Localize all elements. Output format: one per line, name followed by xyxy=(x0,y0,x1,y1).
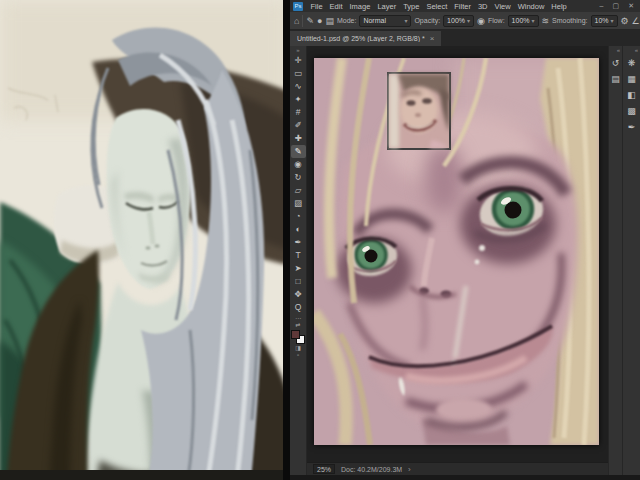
photoshop-window: Ps FileEditImageLayerTypeSelectFilter3DV… xyxy=(290,0,640,480)
airbrush-icon[interactable]: ≋ xyxy=(542,13,550,29)
zoom-tool-icon[interactable]: Q xyxy=(291,301,306,314)
tab-close-icon[interactable]: × xyxy=(430,34,435,43)
healing-brush-tool-icon[interactable]: ✚ xyxy=(291,132,306,145)
right-gap xyxy=(283,0,290,480)
webcam-feed xyxy=(0,0,290,480)
color-swatches xyxy=(291,330,305,344)
brush-settings-panel-icon[interactable]: ▤ xyxy=(325,13,334,29)
painting xyxy=(314,58,599,445)
hand-tool-icon[interactable]: ✥ xyxy=(291,288,306,301)
minimize-icon[interactable]: – xyxy=(600,0,604,12)
dodge-tool-icon[interactable]: ◐ xyxy=(291,223,306,236)
clone-stamp-tool-icon[interactable]: ◉ xyxy=(291,158,306,171)
maximize-icon[interactable]: ▢ xyxy=(613,0,620,12)
menu-item[interactable]: Filter xyxy=(451,2,475,11)
menu-bar-row: Ps FileEditImageLayerTypeSelectFilter3DV… xyxy=(290,0,640,12)
workspace: » ✛▭∿✦#✐✚✎◉↻▱▨◔◐✒T➤□✥Q ⋯ ⇄ ◨ ▫ xyxy=(290,46,640,475)
status-chevron-icon[interactable]: › xyxy=(408,465,411,474)
eraser-tool-icon[interactable]: ▱ xyxy=(291,184,306,197)
webcam-scene xyxy=(0,0,290,480)
path-selection-tool-icon[interactable]: ➤ xyxy=(291,262,306,275)
mode-dropdown[interactable]: Normal ▾ xyxy=(359,15,411,27)
mode-label: Mode: xyxy=(337,17,356,24)
status-bar: 25% Doc: 40.2M/209.3M › xyxy=(307,462,608,475)
canvas-column: 25% Doc: 40.2M/209.3M › xyxy=(307,46,608,475)
toolbar-extras: ⋯ ⇄ ◨ ▫ xyxy=(291,315,305,359)
menu-item[interactable]: Select xyxy=(423,2,451,11)
crop-tool-icon[interactable]: # xyxy=(291,106,306,119)
separator xyxy=(302,15,303,27)
document-size-info: Doc: 40.2M/209.3M xyxy=(341,466,402,473)
quick-mask-icon[interactable]: ◨ xyxy=(295,345,301,352)
flow-dropdown[interactable]: 100% ▾ xyxy=(508,15,539,27)
smoothing-label: Smoothing: xyxy=(552,17,587,24)
zoom-level-field[interactable]: 25% xyxy=(313,464,335,474)
gradients-panel-icon[interactable]: ◧ xyxy=(625,87,639,103)
taskbar-strip xyxy=(290,475,640,480)
pen-tool-icon[interactable]: ✒ xyxy=(291,236,306,249)
home-icon[interactable]: ⌂ xyxy=(294,13,299,29)
window-controls: – ▢ ✕ xyxy=(600,0,637,12)
shape-tool-icon[interactable]: □ xyxy=(291,275,306,288)
history-brush-tool-icon[interactable]: ↻ xyxy=(291,171,306,184)
menu-item[interactable]: Layer xyxy=(374,2,400,11)
menu-item[interactable]: Image xyxy=(346,2,374,11)
chevron-down-icon: ▾ xyxy=(611,17,614,24)
menu-item[interactable]: View xyxy=(491,2,514,11)
eyedropper-tool-icon[interactable]: ✐ xyxy=(291,119,306,132)
panel-docks: « ↺▤ « ❋▦◧▩✒ xyxy=(608,46,640,475)
menu-item[interactable]: Window xyxy=(514,2,548,11)
smoothing-dropdown[interactable]: 10% ▾ xyxy=(591,15,618,27)
swap-colors-icon[interactable]: ⇄ xyxy=(295,322,300,329)
chevron-down-icon: ▾ xyxy=(532,17,535,24)
pasteboard[interactable] xyxy=(307,46,608,462)
edit-toolbar-icon[interactable]: ⋯ xyxy=(295,315,301,322)
marquee-tool-icon[interactable]: ▭ xyxy=(291,67,306,80)
lasso-tool-icon[interactable]: ∿ xyxy=(291,80,306,93)
narrow-dock: « ↺▤ xyxy=(608,46,622,475)
history-panel-icon[interactable]: ↺ xyxy=(609,55,623,71)
screenshot-root: Ps FileEditImageLayerTypeSelectFilter3DV… xyxy=(0,0,640,480)
menu-item[interactable]: File xyxy=(307,2,326,11)
document-title: Untitled-1.psd @ 25% (Layer 2, RGB/8) * xyxy=(297,35,425,42)
swatches-panel-icon[interactable]: ▦ xyxy=(625,71,639,87)
pressure-opacity-icon[interactable]: ◉ xyxy=(477,13,485,29)
gradient-tool-icon[interactable]: ▨ xyxy=(291,197,306,210)
photoshop-logo[interactable]: Ps xyxy=(293,2,303,11)
screen-mode-icon[interactable]: ▫ xyxy=(297,352,299,359)
smoothing-options-gear-icon[interactable]: ⚙ xyxy=(621,13,629,29)
brush-angle-icon[interactable]: ∠ xyxy=(632,13,640,29)
paths-panel-icon[interactable]: ✒ xyxy=(625,119,639,135)
move-tool-icon[interactable]: ✛ xyxy=(291,54,306,67)
brush-tool-icon[interactable]: ✎ xyxy=(291,145,306,158)
color-panel-icon[interactable]: ❋ xyxy=(625,55,639,71)
reference-photo xyxy=(387,72,451,150)
menu-item[interactable]: Help xyxy=(548,2,570,11)
flow-label: Flow: xyxy=(488,17,505,24)
quick-selection-tool-icon[interactable]: ✦ xyxy=(291,93,306,106)
bottom-strip xyxy=(0,470,290,480)
menu-item[interactable]: Type xyxy=(400,2,423,11)
dock-collapse-icon[interactable]: « xyxy=(635,46,640,55)
document-tab[interactable]: Untitled-1.psd @ 25% (Layer 2, RGB/8) * … xyxy=(290,31,441,46)
menu-item[interactable]: Edit xyxy=(326,2,346,11)
close-icon[interactable]: ✕ xyxy=(628,0,634,12)
icon-dock: « ❋▦◧▩✒ xyxy=(622,46,640,475)
menu-bar: FileEditImageLayerTypeSelectFilter3DView… xyxy=(307,0,570,12)
libraries-panel-icon[interactable]: ▤ xyxy=(609,71,623,87)
foreground-color-swatch[interactable] xyxy=(291,330,300,339)
document-tab-bar: Untitled-1.psd @ 25% (Layer 2, RGB/8) * … xyxy=(290,30,640,46)
opacity-dropdown[interactable]: 100% ▾ xyxy=(443,15,474,27)
options-bar: ⌂ ✎ ● ▤ Mode: Normal ▾ Opacity: 100% ▾ ◉… xyxy=(290,12,640,30)
canvas[interactable] xyxy=(314,58,599,445)
patterns-panel-icon[interactable]: ▩ xyxy=(625,103,639,119)
type-tool-icon[interactable]: T xyxy=(291,249,306,262)
chevron-down-icon: ▾ xyxy=(404,17,407,24)
tool-list: ✛▭∿✦#✐✚✎◉↻▱▨◔◐✒T➤□✥Q xyxy=(291,54,306,314)
blur-tool-icon[interactable]: ◔ xyxy=(291,210,306,223)
chevron-down-icon: ▾ xyxy=(467,17,470,24)
menu-item[interactable]: 3D xyxy=(474,2,491,11)
brush-tool-preset-icon[interactable]: ✎ xyxy=(306,13,314,29)
toolbar-collapse-icon[interactable]: » xyxy=(296,47,299,54)
brush-preset-picker-icon[interactable]: ● xyxy=(317,13,322,29)
